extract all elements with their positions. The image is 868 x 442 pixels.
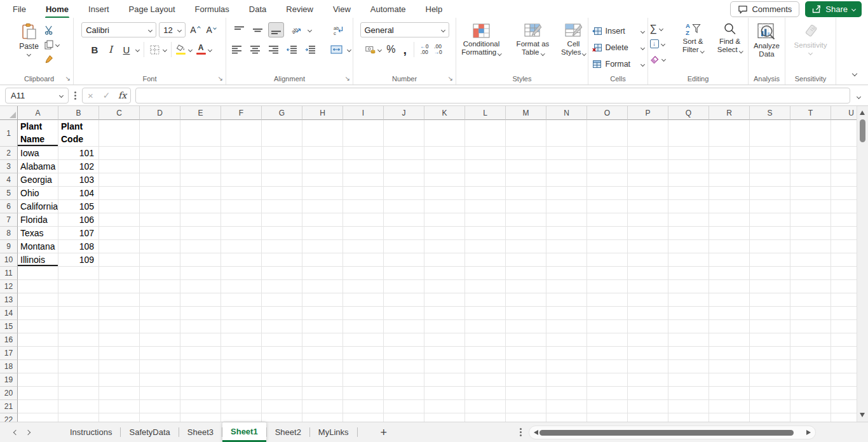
cell-H12[interactable] — [302, 280, 343, 293]
cell-Q13[interactable] — [668, 293, 709, 307]
cell-O18[interactable] — [587, 360, 628, 373]
cell-D7[interactable] — [140, 213, 180, 227]
cell-U14[interactable] — [831, 307, 857, 320]
cell-S12[interactable] — [750, 280, 790, 293]
cell-G21[interactable] — [262, 400, 302, 413]
cell-F5[interactable] — [221, 187, 262, 200]
cell-E13[interactable] — [180, 293, 221, 307]
cell-P20[interactable] — [628, 387, 668, 400]
cell-N11[interactable] — [546, 267, 587, 280]
cell-C6[interactable] — [99, 200, 140, 213]
cell-D21[interactable] — [140, 400, 180, 413]
cell-G9[interactable] — [262, 240, 302, 253]
format-as-table-button[interactable]: Format as Table — [512, 23, 554, 57]
cell-J1[interactable] — [384, 120, 424, 147]
cell-B14[interactable] — [58, 307, 99, 320]
cell-P12[interactable] — [628, 280, 668, 293]
scroll-right-icon[interactable] — [806, 430, 811, 435]
cell-K5[interactable] — [424, 187, 465, 200]
cell-B20[interactable] — [58, 387, 99, 400]
percent-button[interactable]: % — [384, 44, 398, 55]
cell-D9[interactable] — [140, 240, 180, 253]
cancel-icon[interactable]: × — [83, 88, 98, 103]
cell-I12[interactable] — [343, 280, 384, 293]
cell-R5[interactable] — [709, 187, 750, 200]
row-header-5[interactable]: 5 — [0, 187, 18, 200]
cell-O16[interactable] — [587, 333, 628, 347]
merge-center-chevron-icon[interactable] — [346, 47, 351, 51]
cell-L8[interactable] — [465, 227, 506, 240]
cell-F2[interactable] — [221, 147, 262, 160]
cell-J15[interactable] — [384, 320, 424, 333]
cell-Q8[interactable] — [668, 227, 709, 240]
row-header-4[interactable]: 4 — [0, 173, 18, 187]
merge-center-button[interactable] — [329, 42, 345, 57]
cell-P22[interactable] — [628, 413, 668, 422]
cell-I16[interactable] — [343, 333, 384, 347]
row-header-2[interactable]: 2 — [0, 147, 18, 160]
col-header-A[interactable]: A — [18, 106, 58, 120]
col-header-F[interactable]: F — [221, 106, 262, 120]
cell-T11[interactable] — [790, 267, 831, 280]
cell-J20[interactable] — [384, 387, 424, 400]
cell-O6[interactable] — [587, 200, 628, 213]
cell-U10[interactable] — [831, 253, 857, 267]
cell-O2[interactable] — [587, 147, 628, 160]
cell-T4[interactable] — [790, 173, 831, 187]
cell-O20[interactable] — [587, 387, 628, 400]
cell-K9[interactable] — [424, 240, 465, 253]
cell-H20[interactable] — [302, 387, 343, 400]
row-header-22[interactable]: 22 — [0, 413, 18, 422]
row-header-21[interactable]: 21 — [0, 400, 18, 413]
cell-M1[interactable] — [506, 120, 546, 147]
col-header-J[interactable]: J — [384, 106, 424, 120]
cell-N3[interactable] — [546, 160, 587, 173]
cell-E8[interactable] — [180, 227, 221, 240]
col-header-C[interactable]: C — [99, 106, 140, 120]
row-header-10[interactable]: 10 — [0, 253, 18, 267]
cell-D10[interactable] — [140, 253, 180, 267]
cell-L4[interactable] — [465, 173, 506, 187]
cell-I20[interactable] — [343, 387, 384, 400]
cell-P8[interactable] — [628, 227, 668, 240]
cell-R1[interactable] — [709, 120, 750, 147]
cell-D19[interactable] — [140, 373, 180, 387]
row-header-14[interactable]: 14 — [0, 307, 18, 320]
cell-N17[interactable] — [546, 347, 587, 360]
cell-I1[interactable] — [343, 120, 384, 147]
cell-Q20[interactable] — [668, 387, 709, 400]
cell-R12[interactable] — [709, 280, 750, 293]
cell-H11[interactable] — [302, 267, 343, 280]
cell-N1[interactable] — [546, 120, 587, 147]
cell-C15[interactable] — [99, 320, 140, 333]
cell-Q15[interactable] — [668, 320, 709, 333]
row-header-17[interactable]: 17 — [0, 347, 18, 360]
cell-G13[interactable] — [262, 293, 302, 307]
cell-M22[interactable] — [506, 413, 546, 422]
sheet-tab-instructions[interactable]: Instructions — [62, 422, 120, 442]
cell-H5[interactable] — [302, 187, 343, 200]
cell-R10[interactable] — [709, 253, 750, 267]
cell-U2[interactable] — [831, 147, 857, 160]
cell-A17[interactable] — [18, 347, 58, 360]
share-button[interactable]: Share — [805, 1, 862, 17]
cell-F4[interactable] — [221, 173, 262, 187]
cell-M15[interactable] — [506, 320, 546, 333]
cell-N20[interactable] — [546, 387, 587, 400]
row-header-13[interactable]: 13 — [0, 293, 18, 307]
cell-U18[interactable] — [831, 360, 857, 373]
cell-C4[interactable] — [99, 173, 140, 187]
cell-D12[interactable] — [140, 280, 180, 293]
cell-J4[interactable] — [384, 173, 424, 187]
cell-S18[interactable] — [750, 360, 790, 373]
col-header-G[interactable]: G — [262, 106, 302, 120]
cell-E4[interactable] — [180, 173, 221, 187]
row-header-8[interactable]: 8 — [0, 227, 18, 240]
col-header-N[interactable]: N — [546, 106, 587, 120]
cell-R15[interactable] — [709, 320, 750, 333]
cell-C20[interactable] — [99, 387, 140, 400]
conditional-formatting-button[interactable]: Conditional Formatting — [456, 23, 507, 57]
cell-Q1[interactable] — [668, 120, 709, 147]
col-header-O[interactable]: O — [587, 106, 628, 120]
find-select-button[interactable]: Find & Select — [714, 22, 747, 54]
